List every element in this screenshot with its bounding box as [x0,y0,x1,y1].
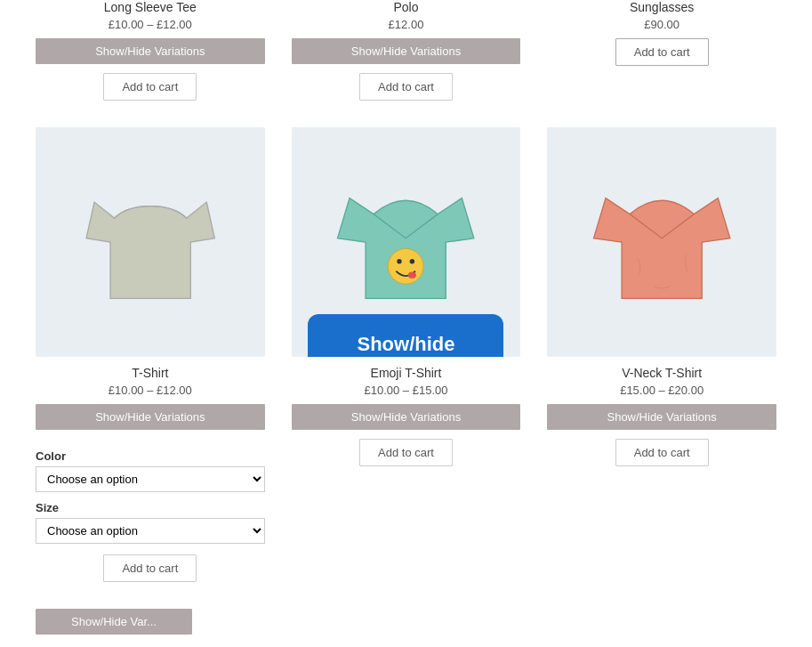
svg-point-3 [408,271,416,278]
show-hide-button[interactable]: Show/Hide Variations [36,404,265,430]
product-image [36,127,265,357]
product-t-shirt: T-Shirt £10.00 – £12.00 Show/Hide Variat… [36,127,265,582]
add-to-cart-button[interactable]: Add to cart [103,73,197,101]
product-name: Polo [393,0,418,14]
tshirt-vneck-icon [582,162,742,322]
color-select[interactable]: Choose an option [36,466,265,492]
product-price: £10.00 – £12.00 [109,384,192,397]
product-price: £12.00 [389,18,424,31]
show-hide-button[interactable]: Show/Hide Variations [292,38,521,64]
show-hide-button[interactable]: Show/Hide Variations [36,38,265,64]
product-sunglasses: Sunglasses £90.00 Add to cart [547,0,776,101]
color-label: Color [36,449,265,463]
product-image: Show/hide variations with a button [292,127,521,357]
size-label: Size [36,501,265,514]
product-price: £10.00 – £15.00 [365,384,448,397]
product-price: £15.00 – £20.00 [620,384,703,397]
add-to-cart-button[interactable]: Add to cart [103,554,197,582]
product-long-sleeve-tee: Long Sleeve Tee £10.00 – £12.00 Show/Hid… [36,0,265,101]
svg-point-2 [410,259,414,263]
svg-point-0 [389,248,424,284]
product-name: Emoji T-Shirt [371,366,442,380]
partial-show-hide-button[interactable]: Show/Hide Var... [36,609,192,635]
tshirt-plain-icon [70,162,230,322]
product-name: T-Shirt [132,366,168,380]
add-to-cart-button[interactable]: Add to cart [359,73,453,101]
product-emoji-tshirt: Show/hide variations with a button Emoji… [292,127,521,582]
tshirt-emoji-icon [326,162,486,322]
show-hide-button[interactable]: Show/Hide Variations [547,404,776,430]
size-select[interactable]: Choose an option [36,518,265,544]
product-name: Sunglasses [630,0,694,14]
product-polo: Polo £12.00 Show/Hide Variations Add to … [292,0,521,101]
product-name: Long Sleeve Tee [104,0,197,14]
tooltip-bubble: Show/hide variations with a button [308,314,503,357]
partial-bottom-row: Show/Hide Var... [0,600,812,635]
add-to-cart-button[interactable]: Add to cart [615,38,709,66]
show-hide-button[interactable]: Show/Hide Variations [292,404,521,430]
product-price: £90.00 [644,18,679,31]
tooltip-text: Show/hide variations with a button [337,333,474,357]
product-v-neck-tshirt: V-Neck T-Shirt £15.00 – £20.00 Show/Hide… [547,127,776,582]
svg-point-1 [398,259,402,263]
product-image [547,127,776,357]
variations-panel: Color Choose an option Size Choose an op… [36,441,265,544]
product-price: £10.00 – £12.00 [109,18,192,31]
add-to-cart-button[interactable]: Add to cart [359,439,453,466]
add-to-cart-button[interactable]: Add to cart [615,439,709,466]
product-name: V-Neck T-Shirt [622,366,702,380]
